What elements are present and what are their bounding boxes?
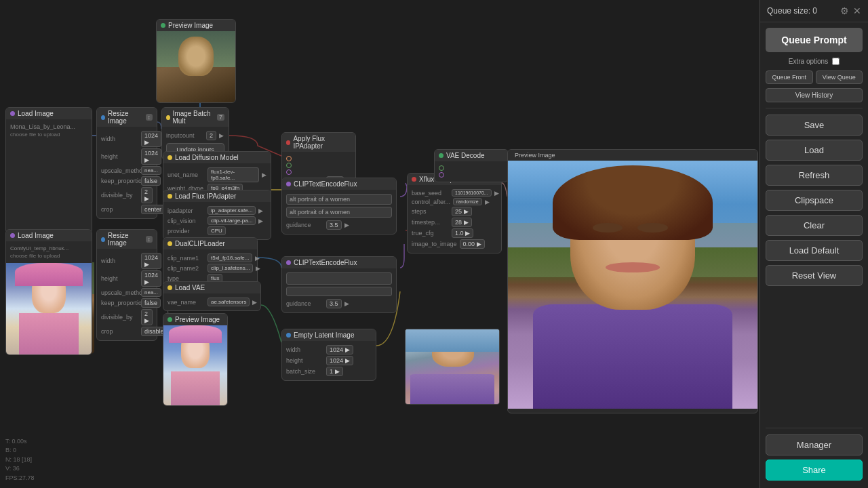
preview-top-label: Preview Image [168, 22, 213, 29]
load-image-node-1: Load Image Mona_Lisa_by_Leona... choose … [5, 107, 92, 234]
view-queue-button[interactable]: View Queue [816, 70, 863, 84]
load-diffusion-title: Load Diffusion Model [163, 152, 271, 163]
load-vae-title: Load VAE [163, 282, 260, 293]
stat-fps: FPS:27.78 [5, 474, 35, 483]
dc-dot [167, 241, 172, 246]
divider-2 [766, 428, 863, 428]
ld-label: Load Diffusion Model [175, 154, 239, 161]
pb-label: Preview Image [175, 316, 220, 323]
canvas-area[interactable]: Preview Image Load Image Mona_Lisa_by_Le… [0, 0, 760, 488]
clip-encode-2-title: CLIPTextEncodeFlux [282, 257, 396, 268]
li1-img-label: Mona_Lisa_by_Leona... [10, 123, 75, 130]
extra-options-checkbox[interactable] [832, 58, 840, 65]
vae-decode-node: VAE Decode [434, 149, 509, 182]
ib-input-label: inputcount [166, 132, 203, 139]
r1-badge: ↕ [146, 114, 153, 121]
share-button[interactable]: Share [766, 460, 863, 481]
queue-prompt-button[interactable]: Queue Prompt [766, 28, 863, 52]
load-image-2-thumb [6, 263, 92, 354]
view-history-button[interactable]: View History [766, 88, 863, 102]
empty-latent-title: Empty Latent Image [282, 329, 376, 341]
lp-dress [533, 304, 732, 409]
vd-label: VAE Decode [446, 152, 485, 159]
stat-n: N: 18 [18] [5, 455, 35, 465]
clipspace-button[interactable]: Clipspace [766, 190, 863, 211]
clear-button[interactable]: Clear [766, 215, 863, 236]
r2-label: Resize Image [108, 232, 143, 247]
xs-dot [412, 177, 416, 182]
li2-upload-label: choose file to upload [10, 253, 60, 259]
xflux-sampler-node: Xflux Sampler base_seed11019610070...▶ c… [407, 173, 502, 253]
extra-options-row: Extra options [760, 55, 868, 68]
clip-encode-node-2: CLIPTextEncodeFlux guidance 3.5 ▶ [281, 256, 397, 313]
li1-dot [10, 111, 15, 116]
r2-dot [101, 237, 105, 242]
preview-top-image [157, 31, 235, 102]
close-icon[interactable]: ✕ [853, 5, 861, 16]
reset-view-button[interactable]: Reset View [766, 265, 863, 286]
apply-flux-title: Apply Flux IPAdapter [282, 133, 355, 152]
af-dot [286, 140, 290, 145]
ce2-text1[interactable] [286, 272, 392, 285]
load-image-1-title: Load Image [6, 108, 92, 119]
panel-icons: ⚙ ✕ [840, 5, 861, 16]
mid-preview-image [406, 329, 499, 404]
clip-encode-1-title: CLIPTextEncodeFlux [282, 178, 396, 190]
load-vae-node: Load VAE vae_nameae.safetensors▶ [163, 281, 261, 311]
load-flux-ip-title: Load Flux IPAdapter [163, 190, 271, 202]
ce1-dot [286, 182, 291, 186]
preview-top-face [178, 37, 213, 76]
ce2-dot [286, 260, 291, 265]
image-batch-title: Image Batch Mult 7 [162, 108, 229, 127]
resize-1-title: Resize Image ↕ [97, 108, 157, 127]
stat-b: B: 0 [5, 446, 35, 455]
lp-lips [606, 262, 660, 272]
li2-label: Load Image [18, 232, 54, 239]
ce2-text2[interactable] [286, 287, 392, 296]
preview-bottom-title: Preview Image [163, 314, 227, 325]
ld-dot [167, 155, 172, 160]
save-button[interactable]: Save [766, 115, 863, 136]
ce1-text2[interactable]: alt portrait of a women [286, 207, 392, 218]
dc-label: DualCLIPLoader [175, 240, 225, 247]
large-preview-image [508, 161, 757, 409]
ib-input-val: 2 [206, 131, 216, 140]
load-default-button[interactable]: Load Default [766, 240, 863, 261]
resize-image-node-1: Resize Image ↕ width1024 ▶ height1024 ▶ … [96, 107, 157, 219]
pb-hair [169, 325, 222, 343]
lp-hair [553, 165, 713, 240]
ce1-text1[interactable]: alt portrait of a women [286, 194, 392, 205]
queue-front-button[interactable]: Queue Front [766, 70, 813, 84]
ce2-guidance-val: 3.5 [326, 299, 342, 308]
ib-label: Image Batch Mult [173, 110, 214, 125]
vd-dot [439, 153, 443, 158]
li2-dot [10, 233, 15, 238]
lf-label: Load Flux IPAdapter [175, 192, 236, 200]
ce1-guidance-val: 3.5 [326, 220, 342, 230]
queue-row: Queue Front View Queue [760, 68, 868, 87]
empty-latent-node: Empty Latent Image width1024 ▶ height102… [281, 329, 376, 381]
af-label: Apply Flux IPAdapter [293, 135, 351, 150]
panel-header: Queue size: 0 ⚙ ✕ [760, 0, 868, 22]
el-dot [286, 333, 291, 338]
manager-button[interactable]: Manager [766, 434, 863, 455]
ce1-label: CLIPTextEncodeFlux [294, 180, 357, 188]
large-preview-node: Preview Image [507, 149, 758, 413]
ib-dot [166, 115, 170, 120]
load-button[interactable]: Load [766, 140, 863, 161]
clip-encode-node-1: CLIPTextEncodeFlux alt portrait of a wom… [281, 178, 397, 235]
settings-icon[interactable]: ⚙ [840, 5, 849, 16]
refresh-button[interactable]: Refresh [766, 165, 863, 186]
load-image-node-2: Load Image ComfyUI_temp_hbnuk... choose … [5, 229, 92, 355]
r1-label: Resize Image [108, 110, 143, 125]
mid-preview-bg [406, 329, 499, 352]
ce2-guidance-label: guidance [286, 300, 323, 307]
pb-dot [167, 317, 172, 322]
extra-options-label: Extra options [789, 58, 828, 65]
r1-dot [101, 115, 105, 120]
dual-clip-node: DualCLIPLoader clip_name1t5xl_fp16.safe.… [163, 237, 258, 287]
ce2-label: CLIPTextEncodeFlux [294, 259, 357, 266]
el-label: Empty Latent Image [294, 331, 355, 339]
r2-badge: ↕ [146, 236, 153, 243]
load-image-2-title: Load Image [6, 230, 92, 241]
